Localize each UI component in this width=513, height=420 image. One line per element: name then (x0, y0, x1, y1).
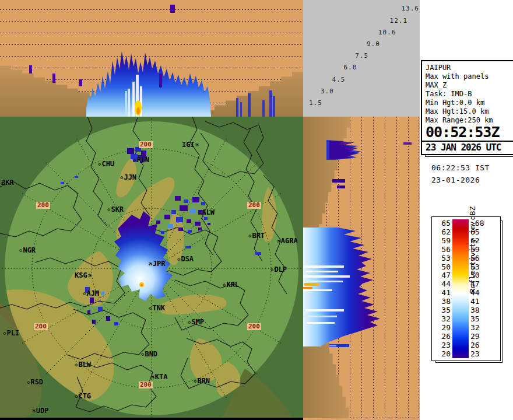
city-name: PLI (6, 329, 19, 337)
city-label-jpr: ✈JPR (148, 259, 166, 268)
city-label-bnd: ◇BND (141, 350, 157, 358)
city-marker-icon: ◇ (75, 362, 78, 368)
legend-value: 35 (470, 315, 490, 324)
city-marker-icon: ◇ (75, 393, 78, 399)
ist-date: 23-01-2026 (431, 176, 480, 184)
city-marker-icon: ◇ (3, 330, 6, 336)
city-label-pli: ◇PLI (3, 329, 19, 337)
height-label: 10.6 (378, 29, 396, 36)
utc-time: 00:52:53Z (426, 125, 513, 140)
range-ring-label: 200 (247, 202, 261, 209)
legend-value: 50 (432, 263, 451, 272)
city-label-rsd: ◇RSD (27, 378, 43, 386)
legend-value: 62 (432, 228, 451, 237)
legend-value: 32 (470, 324, 490, 332)
height-label: 13.6 (401, 5, 419, 12)
city-name: CTG (78, 392, 91, 400)
city-name: NGR (23, 246, 36, 254)
city-label-dsa: ◇DSA (177, 255, 194, 263)
legend-value: 35 (432, 306, 451, 315)
city-name: CHU (101, 160, 114, 168)
city-label-dlp: ◇DLP (270, 265, 287, 274)
city-label-kta: ✈KTA (150, 372, 168, 381)
city-label-blw: ◇BLW (75, 360, 91, 369)
city-label-ctg: ◇CTG (75, 392, 91, 400)
city-marker-icon: ◇ (194, 378, 196, 384)
city-name: AGRA (281, 237, 298, 245)
city-label-pln: ◇PLN (133, 156, 149, 164)
legend-left-values: 65625956535047444138353229262320 (432, 219, 451, 358)
city-name: BND (145, 350, 157, 358)
height-scale-panel: 1.53.04.56.07.59.010.612.113.6 (303, 0, 420, 117)
city-label-chu: ◇CHU (98, 160, 114, 168)
info-column: JAIPURMax with panelsMAX_ZTask: IMD-BMin… (420, 0, 513, 420)
product-info-line: Min Hgt:0.0 km (426, 99, 513, 107)
city-name: SMP (191, 318, 204, 326)
city-name: JJN (124, 173, 136, 181)
city-marker-icon: ◇ (83, 290, 86, 296)
city-marker-icon: ◇ (198, 209, 201, 215)
height-label: 12.1 (390, 17, 408, 24)
legend-value: 20 (432, 350, 451, 359)
city-marker-icon: ◇ (248, 233, 251, 239)
city-label-ngr: ◇NGR (19, 246, 36, 254)
legend-value: 41 (432, 289, 451, 298)
legend-value: 23 (470, 350, 490, 359)
product-info-line: Max with panels (426, 72, 513, 81)
legend-value: 47 (432, 271, 451, 280)
city-name: BLW (78, 360, 91, 369)
city-name: RSD (30, 378, 43, 386)
height-label: 6.0 (343, 64, 357, 71)
city-marker-icon: ◇ (27, 379, 30, 385)
city-label-krl: ◇KRL (223, 281, 239, 289)
city-name: KRL (226, 281, 239, 289)
height-label: 7.5 (355, 52, 368, 60)
city-label-brn: ◇BRN (194, 377, 210, 385)
city-marker-icon: ◇ (133, 157, 136, 163)
city-label-ksg: KSG✈ (75, 271, 92, 279)
legend-value: 26 (432, 332, 451, 341)
legend-colorbar (452, 219, 469, 358)
city-name: AJM (86, 289, 99, 298)
city-label-ajm: ◇AJM (83, 289, 99, 298)
product-info-line: MAX_Z (426, 81, 513, 90)
city-name: ALW (202, 208, 215, 216)
city-name: DSA (181, 255, 194, 263)
legend-value: 23 (432, 341, 451, 350)
city-name: PLN (136, 156, 149, 164)
city-marker-icon: ◇ (177, 256, 180, 262)
legend-value: 44 (432, 280, 451, 289)
legend-value: 41 (470, 298, 490, 306)
product-info-line: Max Hgt:15.0 km (426, 107, 513, 116)
city-marker-icon: ◇ (107, 206, 110, 212)
city-name: BRN (197, 377, 210, 385)
range-ring-label: 200 (139, 141, 153, 148)
city-marker-icon: ◇ (141, 351, 144, 357)
city-marker-icon: ◇ (223, 282, 226, 288)
legend-title: Reflectivity in dBZ (468, 206, 477, 293)
city-label-jjn: ◇JJN (120, 173, 136, 181)
product-info-lines: JAIPURMax with panelsMAX_ZTask: IMD-BMin… (426, 64, 513, 125)
city-label-tnk: ◇TNK (149, 304, 165, 312)
product-info-line: JAIPUR (426, 64, 513, 72)
legend-value: 29 (432, 324, 451, 332)
legend-value: 32 (432, 315, 451, 324)
height-label: 1.5 (309, 99, 322, 107)
height-label: 3.0 (321, 88, 334, 95)
range-ring-label: 200 (36, 202, 50, 209)
city-marker-icon: ◇ (120, 174, 123, 180)
legend-value: 38 (470, 306, 490, 315)
height-label: 4.5 (332, 76, 346, 83)
reflectivity-legend: 65625956535047444138353229262320 >686562… (431, 216, 501, 361)
max-right-panel (303, 117, 420, 420)
top-panel-graphics (0, 0, 303, 117)
right-panel-graphics (303, 117, 420, 420)
city-name: BKR (1, 178, 14, 187)
city-name: DLP (274, 265, 287, 274)
legend-value: 59 (432, 237, 451, 246)
city-label-skr: ◇SKR (107, 205, 124, 214)
height-label: 9.0 (367, 40, 380, 48)
legend-value: 65 (432, 219, 451, 228)
station-info-box: JAIPURMax with panelsMAX_ZTask: IMD-BMin… (421, 60, 513, 155)
radar-display: 1.53.04.56.07.59.010.612.113.6 (0, 0, 513, 420)
